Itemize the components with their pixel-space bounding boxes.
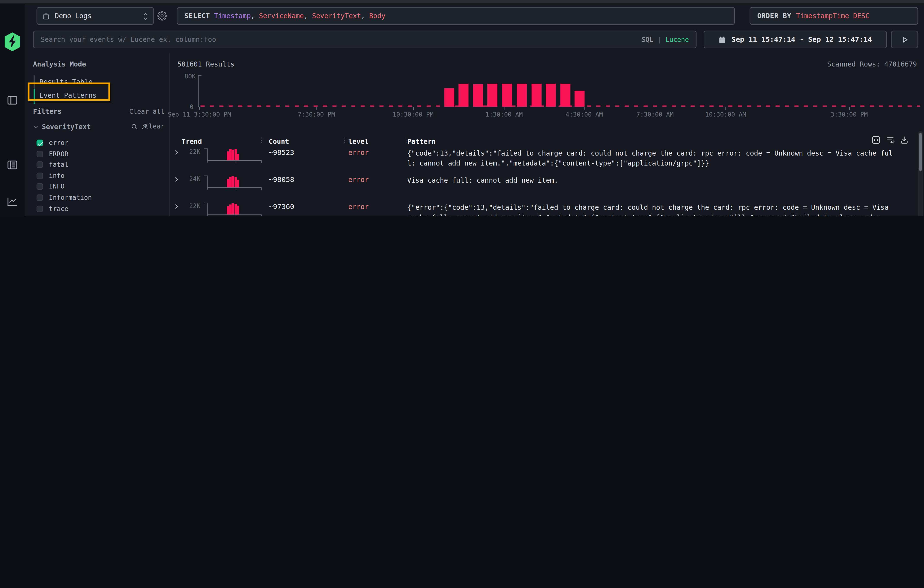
- panel-toggle-icon[interactable]: [7, 94, 18, 106]
- source-select[interactable]: Demo Logs: [36, 7, 154, 25]
- filter-item-trace[interactable]: trace: [36, 204, 68, 214]
- filters-title: Filters: [33, 107, 61, 115]
- trend-cell: 22K: [183, 200, 269, 216]
- results-count: 581601 Results: [178, 60, 235, 68]
- mode-lucene[interactable]: Lucene: [665, 36, 689, 43]
- row-expand-chevron-icon[interactable]: [173, 173, 183, 183]
- pattern-cell[interactable]: {"error":{"code":13,"details":"failed to…: [407, 200, 911, 216]
- comma: ,: [304, 12, 312, 20]
- trend-bar: [237, 154, 239, 160]
- pattern-row[interactable]: 22K~98523error{"code":13,"details":"fail…: [170, 146, 911, 173]
- filter-label: fatal: [49, 161, 68, 168]
- pattern-cell[interactable]: {"code":13,"details":"failed to charge c…: [407, 146, 911, 168]
- x-tick-mark: [317, 107, 317, 110]
- histogram-bar[interactable]: [517, 84, 527, 107]
- col-pattern[interactable]: Pattern: [407, 137, 436, 146]
- checkbox-severity[interactable]: [36, 161, 43, 168]
- x-tick-label: 1:30:00 AM: [485, 111, 523, 118]
- count-cell: ~97360: [269, 200, 348, 211]
- x-tick-label: 4:30:00 AM: [566, 111, 603, 118]
- search-input[interactable]: Search your events w/ Lucene ex. column:…: [33, 31, 696, 48]
- checkbox-severity[interactable]: [36, 140, 43, 146]
- clear-all-button[interactable]: Clear all: [129, 108, 165, 115]
- query-column: Body: [369, 12, 386, 20]
- main-panel: 581601 Results Scanned Rows: 47816679 80…: [169, 53, 924, 216]
- order-by-input[interactable]: ORDER BY TimestampTime DESC: [749, 7, 918, 25]
- mode-sql[interactable]: SQL: [642, 36, 653, 43]
- select-query-input[interactable]: SELECT Timestamp, ServiceName, SeverityT…: [177, 7, 735, 25]
- scrollbar[interactable]: [918, 131, 923, 216]
- histogram-bar[interactable]: [459, 84, 469, 107]
- col-level[interactable]: level: [348, 137, 369, 146]
- col-count[interactable]: Count: [269, 137, 289, 146]
- filter-group-severitytext[interactable]: SeverityText: [33, 123, 91, 131]
- histogram-bar[interactable]: [560, 84, 570, 107]
- filter-label: error: [49, 139, 68, 147]
- row-expand-chevron-icon[interactable]: [173, 146, 183, 156]
- gear-icon[interactable]: [157, 11, 167, 21]
- trend-bar: [232, 176, 234, 188]
- hyperdx-logo[interactable]: [3, 33, 21, 51]
- level-cell: error: [348, 146, 407, 157]
- severity-clear-button[interactable]: Clear: [145, 123, 165, 130]
- time-range-picker[interactable]: Sep 11 15:47:14 - Sep 12 15:47:14: [704, 31, 887, 48]
- filter-item-INFO[interactable]: INFO: [36, 182, 64, 192]
- pattern-row[interactable]: 22K~97360error{"error":{"code":13,"detai…: [170, 200, 911, 216]
- column-resize-handle[interactable]: ⋮: [341, 136, 348, 144]
- search-icon[interactable]: [131, 123, 138, 130]
- wrap-lines-icon[interactable]: [886, 135, 894, 144]
- checkbox-severity[interactable]: [36, 173, 43, 179]
- comma: ,: [251, 12, 259, 20]
- calendar-icon: [719, 36, 726, 43]
- pattern-text: Visa cache full: cannot add new item.: [407, 176, 558, 184]
- filter-item-error[interactable]: error: [36, 138, 68, 148]
- trend-ymax-label: 22K: [183, 148, 200, 155]
- live-tail-button[interactable]: [891, 31, 918, 48]
- col-trend[interactable]: Trend: [182, 137, 202, 146]
- code-icon[interactable]: [871, 135, 880, 144]
- chart-line-icon[interactable]: [7, 196, 18, 208]
- column-resize-handle[interactable]: ⋮: [258, 136, 265, 144]
- trend-bar: [237, 206, 239, 214]
- filter-item-ERROR[interactable]: ERROR: [36, 149, 68, 159]
- scrollbar-thumb[interactable]: [919, 133, 922, 171]
- histogram-bar[interactable]: [531, 84, 541, 107]
- checkbox-severity[interactable]: [36, 205, 43, 212]
- histogram-bar[interactable]: [488, 84, 498, 107]
- left-nav-rail: ? U: [0, 4, 25, 216]
- trend-bar: [234, 177, 237, 188]
- table-toolbar: [871, 135, 909, 144]
- checkbox-severity[interactable]: [36, 183, 43, 190]
- x-tick-mark: [200, 107, 200, 110]
- pattern-text: {"code":13,"details":"failed to charge c…: [407, 149, 893, 167]
- histogram-bar[interactable]: [546, 84, 556, 107]
- trend-bar: [234, 149, 237, 160]
- filter-group-label: SeverityText: [42, 123, 91, 131]
- logs-icon[interactable]: [7, 159, 18, 171]
- trend-sparkline: [203, 175, 262, 191]
- row-expand-chevron-icon[interactable]: [173, 200, 183, 210]
- checkbox-severity[interactable]: [36, 151, 43, 157]
- filter-item-fatal[interactable]: fatal: [36, 160, 68, 170]
- window-top-strip: [0, 0, 924, 4]
- trend-cell: 22K: [183, 146, 269, 163]
- filter-item-warn[interactable]: warn: [36, 214, 64, 216]
- filter-item-Information[interactable]: Information: [36, 193, 92, 203]
- source-select-value: Demo Logs: [55, 12, 91, 20]
- histogram-bar[interactable]: [473, 84, 483, 107]
- histogram-bar[interactable]: [502, 84, 512, 107]
- pattern-row[interactable]: 24K~98058errorVisa cache full: cannot ad…: [170, 173, 911, 200]
- download-icon[interactable]: [900, 135, 909, 144]
- x-tick-mark: [726, 107, 726, 110]
- select-columns: Timestamp, ServiceName, SeverityText, Bo…: [210, 12, 386, 20]
- pattern-cell[interactable]: Visa cache full: cannot add new item.: [407, 173, 911, 185]
- filter-item-info[interactable]: info: [36, 171, 64, 181]
- query-column: SeverityText: [312, 12, 361, 20]
- level-cell: error: [348, 200, 407, 211]
- histogram-bar[interactable]: [444, 88, 454, 107]
- checkbox-severity[interactable]: [36, 194, 43, 201]
- select-keyword: SELECT: [185, 12, 210, 20]
- histogram-bar[interactable]: [575, 91, 585, 107]
- results-histogram[interactable]: 80K 0: [198, 74, 920, 107]
- search-placeholder: Search your events w/ Lucene ex. column:…: [41, 35, 216, 44]
